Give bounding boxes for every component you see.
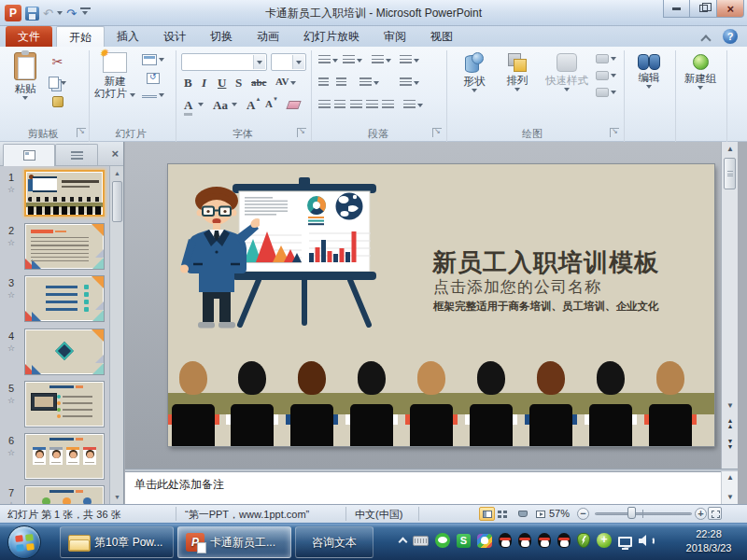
grow-font-button[interactable]: A▲ (247, 98, 255, 113)
tab-slides-thumbnails[interactable] (3, 144, 55, 166)
slide-thumbnail-4[interactable] (24, 329, 105, 375)
arrange-button[interactable]: 排列 (498, 50, 537, 91)
clear-formatting-icon[interactable] (286, 101, 301, 109)
panel-close-icon[interactable]: × (111, 147, 119, 160)
scroll-thumb[interactable] (724, 158, 736, 189)
qq-icon[interactable] (518, 533, 531, 548)
collapse-ribbon-icon[interactable] (702, 34, 710, 41)
reading-view-button[interactable] (514, 507, 530, 521)
taskbar-clock[interactable]: 22:28 2018/3/23 (676, 527, 741, 555)
text-direction-button[interactable] (400, 55, 419, 65)
reset-slide-icon[interactable] (147, 73, 160, 84)
volume-icon[interactable] (639, 534, 654, 547)
ribbon-tab[interactable]: 审阅 (372, 26, 418, 47)
animation-star-icon[interactable] (0, 449, 22, 457)
columns-button[interactable] (359, 77, 379, 88)
shapes-button[interactable]: 形状 (455, 50, 494, 92)
numbering-button[interactable] (343, 55, 362, 65)
notes-scroll-up-icon[interactable]: ▲ (724, 471, 737, 484)
close-button[interactable]: × (717, 0, 744, 18)
undo-dropdown-icon[interactable] (57, 11, 63, 15)
zoom-slider-thumb[interactable] (627, 507, 636, 519)
start-button[interactable] (7, 525, 41, 559)
clipboard-dialog-launcher[interactable] (77, 128, 86, 137)
animation-star-icon[interactable] (0, 186, 22, 194)
undo-icon[interactable]: ↶ (43, 7, 53, 21)
hidden-icons-button[interactable] (399, 537, 406, 544)
animation-star-icon[interactable] (0, 397, 22, 405)
powerpoint-app-icon[interactable]: P (5, 5, 21, 21)
font-dialog-launcher[interactable] (297, 128, 306, 137)
slide-thumbnail-7[interactable] (24, 485, 105, 504)
notes-scrollbar[interactable]: ▲ ▼ (721, 471, 738, 504)
align-left-icon[interactable] (318, 100, 331, 110)
qq-icon[interactable] (557, 533, 571, 548)
shape-outline-button[interactable] (596, 71, 616, 80)
cut-icon[interactable]: ✂ (52, 54, 63, 69)
wechat-icon[interactable] (435, 533, 450, 548)
distribute-icon[interactable] (382, 100, 394, 110)
qat-customize-icon[interactable] (80, 7, 91, 19)
slide-title[interactable]: 新员工入职培训模板 (432, 246, 659, 279)
shape-fill-button[interactable] (596, 54, 616, 63)
italic-button[interactable]: I (202, 76, 206, 91)
ribbon-tab[interactable]: 设计 (151, 26, 198, 47)
text-shadow-button[interactable]: S (235, 76, 242, 91)
character-spacing-button[interactable]: AV (275, 76, 296, 87)
ribbon-tab[interactable]: 插入 (105, 26, 151, 47)
previous-slide-button[interactable]: ▲▲ (724, 418, 737, 429)
ribbon-tab[interactable]: 切换 (198, 26, 245, 47)
notes-pane[interactable]: 单击此处添加备注 (125, 471, 721, 504)
panel-scroll-thumb[interactable] (112, 181, 122, 222)
redo-icon[interactable]: ↷ (66, 7, 77, 21)
font-size-combo[interactable] (271, 53, 306, 71)
format-painter-icon[interactable] (52, 96, 63, 107)
fit-to-window-button[interactable] (708, 507, 722, 520)
slide-thumbnail-1[interactable] (24, 170, 105, 217)
ribbon-tab[interactable]: 视图 (418, 26, 465, 47)
slide-thumbnail-5[interactable] (24, 381, 105, 427)
sogou-icon[interactable]: S (457, 534, 471, 548)
shrink-font-button[interactable]: A▼ (265, 98, 273, 109)
taskbar-powerpoint-window[interactable]: P 卡通新员工... (177, 526, 291, 558)
slide-sorter-button[interactable] (497, 507, 513, 521)
panel-scroll-up-icon[interactable]: ▲ (111, 167, 123, 179)
tab-file[interactable]: 文件 (6, 26, 52, 47)
paragraph-dialog-launcher[interactable] (432, 128, 442, 137)
ribbon-tab[interactable]: 动画 (245, 26, 291, 47)
ribbon-tab[interactable]: 幻灯片放映 (291, 26, 372, 47)
font-color-button[interactable]: A (184, 98, 192, 116)
zoom-out-button[interactable]: − (577, 508, 589, 520)
scroll-down-icon[interactable]: ▼ (724, 399, 737, 413)
align-center-icon[interactable] (334, 100, 345, 110)
language-indicator[interactable]: 中文(中国) (355, 508, 402, 522)
slide-layout-button[interactable] (142, 54, 164, 65)
normal-view-button[interactable] (479, 507, 495, 521)
copy-button[interactable] (49, 77, 66, 89)
restore-button[interactable] (690, 0, 717, 18)
underline-button[interactable]: U (218, 76, 226, 91)
slide-thumbnail-2[interactable] (24, 223, 105, 270)
decrease-indent-icon[interactable] (318, 77, 329, 88)
animation-star-icon[interactable] (0, 344, 22, 353)
ribbon-tab[interactable]: 开始 (56, 26, 105, 47)
bold-button[interactable]: B (184, 76, 192, 91)
section-button[interactable] (142, 91, 164, 99)
qq-icon[interactable] (538, 533, 551, 548)
shape-effects-button[interactable] (596, 88, 616, 97)
slide-tagline[interactable]: 框架完整适用于商务培训、员工培训、企业文化 (433, 300, 659, 314)
qq-icon[interactable] (499, 533, 512, 548)
tab-outline[interactable] (55, 144, 98, 166)
panel-scrollbar[interactable]: ▲ ▼ (109, 166, 123, 504)
paste-button[interactable]: 粘贴 (7, 50, 43, 100)
smartart-convert-button[interactable] (403, 100, 423, 110)
justify-icon[interactable] (366, 100, 378, 110)
tt-browser-icon[interactable] (477, 534, 492, 548)
save-icon[interactable] (25, 7, 39, 21)
360-plus-icon[interactable]: + (597, 533, 612, 548)
new-slide-button[interactable]: 新建 幻灯片 (93, 50, 136, 100)
panel-scroll-down-icon[interactable]: ▼ (111, 491, 123, 503)
slide-editor[interactable]: 新员工入职培训模板 点击添加您的公司名称 框架完整适用于商务培训、员工培训、企业… (168, 164, 714, 446)
font-name-combo[interactable] (181, 53, 267, 71)
align-right-icon[interactable] (350, 100, 362, 110)
